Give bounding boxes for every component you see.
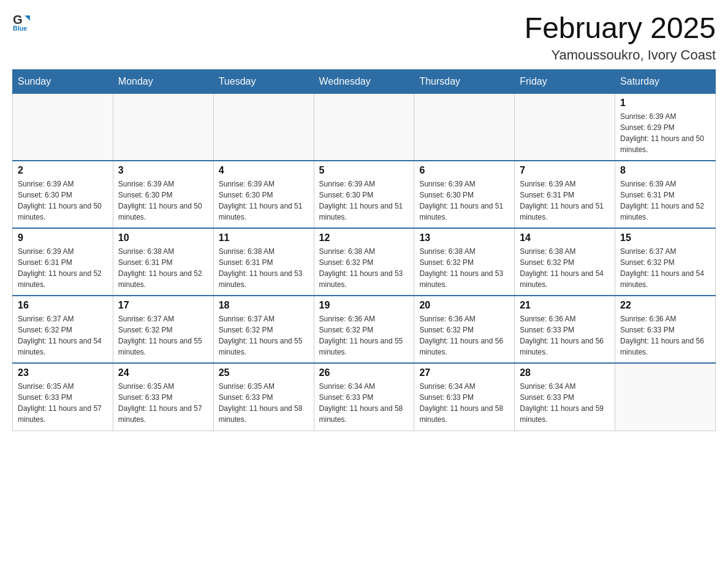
day-info: Sunrise: 6:35 AMSunset: 6:33 PMDaylight:… — [219, 381, 309, 425]
weekday-header-wednesday: Wednesday — [314, 69, 414, 93]
day-info: Sunrise: 6:36 AMSunset: 6:33 PMDaylight:… — [620, 313, 710, 358]
day-cell: 28Sunrise: 6:34 AMSunset: 6:33 PMDayligh… — [515, 363, 615, 431]
day-cell — [515, 93, 615, 161]
day-cell: 24Sunrise: 6:35 AMSunset: 6:33 PMDayligh… — [113, 363, 213, 431]
weekday-header-saturday: Saturday — [615, 69, 716, 93]
day-number: 26 — [319, 367, 409, 378]
day-number: 28 — [520, 367, 610, 378]
day-info: Sunrise: 6:39 AMSunset: 6:29 PMDaylight:… — [620, 111, 710, 155]
day-number: 10 — [118, 232, 208, 243]
day-number: 13 — [419, 232, 509, 243]
day-info: Sunrise: 6:39 AMSunset: 6:30 PMDaylight:… — [118, 178, 208, 223]
day-number: 15 — [620, 232, 710, 243]
weekday-header-tuesday: Tuesday — [213, 69, 314, 93]
day-cell: 25Sunrise: 6:35 AMSunset: 6:33 PMDayligh… — [213, 363, 314, 431]
day-number: 14 — [520, 232, 610, 243]
day-cell — [213, 93, 314, 161]
day-number: 24 — [118, 367, 208, 378]
day-info: Sunrise: 6:38 AMSunset: 6:32 PMDaylight:… — [319, 246, 409, 290]
weekday-header-row: SundayMondayTuesdayWednesdayThursdayFrid… — [13, 69, 716, 93]
day-number: 3 — [118, 165, 208, 176]
day-info: Sunrise: 6:37 AMSunset: 6:32 PMDaylight:… — [118, 313, 208, 358]
day-cell: 14Sunrise: 6:38 AMSunset: 6:32 PMDayligh… — [515, 228, 615, 296]
day-number: 21 — [520, 300, 610, 311]
svg-text:Blue: Blue — [13, 25, 27, 32]
title-block: February 2025 Yamoussoukro, Ivory Coast — [525, 12, 716, 63]
day-cell: 20Sunrise: 6:36 AMSunset: 6:32 PMDayligh… — [414, 296, 515, 363]
logo: G Blue — [12, 12, 33, 32]
day-number: 9 — [18, 232, 108, 243]
day-info: Sunrise: 6:39 AMSunset: 6:30 PMDaylight:… — [18, 178, 108, 223]
day-info: Sunrise: 6:34 AMSunset: 6:33 PMDaylight:… — [520, 381, 610, 425]
day-info: Sunrise: 6:35 AMSunset: 6:33 PMDaylight:… — [18, 381, 108, 425]
day-number: 19 — [319, 300, 409, 311]
day-number: 2 — [18, 165, 108, 176]
weekday-header-friday: Friday — [515, 69, 615, 93]
day-info: Sunrise: 6:35 AMSunset: 6:33 PMDaylight:… — [118, 381, 208, 425]
day-info: Sunrise: 6:39 AMSunset: 6:30 PMDaylight:… — [419, 178, 509, 223]
day-cell — [314, 93, 414, 161]
day-cell: 18Sunrise: 6:37 AMSunset: 6:32 PMDayligh… — [213, 296, 314, 363]
day-info: Sunrise: 6:39 AMSunset: 6:31 PMDaylight:… — [520, 178, 610, 223]
calendar-table: SundayMondayTuesdayWednesdayThursdayFrid… — [12, 69, 716, 431]
day-info: Sunrise: 6:39 AMSunset: 6:30 PMDaylight:… — [319, 178, 409, 223]
week-row-1: 1Sunrise: 6:39 AMSunset: 6:29 PMDaylight… — [13, 93, 716, 161]
day-info: Sunrise: 6:37 AMSunset: 6:32 PMDaylight:… — [219, 313, 309, 358]
day-number: 17 — [118, 300, 208, 311]
day-cell: 27Sunrise: 6:34 AMSunset: 6:33 PMDayligh… — [414, 363, 515, 431]
day-cell: 4Sunrise: 6:39 AMSunset: 6:30 PMDaylight… — [213, 161, 314, 228]
week-row-4: 16Sunrise: 6:37 AMSunset: 6:32 PMDayligh… — [13, 296, 716, 363]
day-cell: 2Sunrise: 6:39 AMSunset: 6:30 PMDaylight… — [13, 161, 113, 228]
day-number: 16 — [18, 300, 108, 311]
day-number: 8 — [620, 165, 710, 176]
day-number: 6 — [419, 165, 509, 176]
day-number: 22 — [620, 300, 710, 311]
page-header: G Blue February 2025 Yamoussoukro, Ivory… — [12, 12, 716, 63]
day-cell: 5Sunrise: 6:39 AMSunset: 6:30 PMDaylight… — [314, 161, 414, 228]
day-number: 1 — [620, 98, 710, 109]
day-info: Sunrise: 6:34 AMSunset: 6:33 PMDaylight:… — [319, 381, 409, 425]
day-cell: 21Sunrise: 6:36 AMSunset: 6:33 PMDayligh… — [515, 296, 615, 363]
day-info: Sunrise: 6:38 AMSunset: 6:31 PMDaylight:… — [118, 246, 208, 290]
day-info: Sunrise: 6:36 AMSunset: 6:32 PMDaylight:… — [319, 313, 409, 358]
day-number: 20 — [419, 300, 509, 311]
weekday-header-sunday: Sunday — [13, 69, 113, 93]
day-number: 25 — [219, 367, 309, 378]
day-info: Sunrise: 6:38 AMSunset: 6:31 PMDaylight:… — [219, 246, 309, 290]
day-cell: 7Sunrise: 6:39 AMSunset: 6:31 PMDaylight… — [515, 161, 615, 228]
day-info: Sunrise: 6:38 AMSunset: 6:32 PMDaylight:… — [520, 246, 610, 290]
day-cell: 3Sunrise: 6:39 AMSunset: 6:30 PMDaylight… — [113, 161, 213, 228]
day-cell: 10Sunrise: 6:38 AMSunset: 6:31 PMDayligh… — [113, 228, 213, 296]
month-title: February 2025 — [525, 12, 716, 45]
day-info: Sunrise: 6:38 AMSunset: 6:32 PMDaylight:… — [419, 246, 509, 290]
day-number: 7 — [520, 165, 610, 176]
location: Yamoussoukro, Ivory Coast — [525, 47, 716, 63]
day-cell: 19Sunrise: 6:36 AMSunset: 6:32 PMDayligh… — [314, 296, 414, 363]
day-cell: 8Sunrise: 6:39 AMSunset: 6:31 PMDaylight… — [615, 161, 716, 228]
day-number: 18 — [219, 300, 309, 311]
svg-marker-1 — [25, 15, 30, 21]
day-info: Sunrise: 6:39 AMSunset: 6:31 PMDaylight:… — [18, 246, 108, 290]
day-cell — [615, 363, 716, 431]
day-info: Sunrise: 6:34 AMSunset: 6:33 PMDaylight:… — [419, 381, 509, 425]
week-row-3: 9Sunrise: 6:39 AMSunset: 6:31 PMDaylight… — [13, 228, 716, 296]
day-cell: 15Sunrise: 6:37 AMSunset: 6:32 PMDayligh… — [615, 228, 716, 296]
day-info: Sunrise: 6:37 AMSunset: 6:32 PMDaylight:… — [620, 246, 710, 290]
day-cell: 11Sunrise: 6:38 AMSunset: 6:31 PMDayligh… — [213, 228, 314, 296]
day-cell — [13, 93, 113, 161]
day-info: Sunrise: 6:36 AMSunset: 6:33 PMDaylight:… — [520, 313, 610, 358]
day-number: 23 — [18, 367, 108, 378]
day-cell: 23Sunrise: 6:35 AMSunset: 6:33 PMDayligh… — [13, 363, 113, 431]
day-cell: 16Sunrise: 6:37 AMSunset: 6:32 PMDayligh… — [13, 296, 113, 363]
day-cell: 22Sunrise: 6:36 AMSunset: 6:33 PMDayligh… — [615, 296, 716, 363]
day-info: Sunrise: 6:37 AMSunset: 6:32 PMDaylight:… — [18, 313, 108, 358]
weekday-header-monday: Monday — [113, 69, 213, 93]
day-cell — [414, 93, 515, 161]
day-cell: 6Sunrise: 6:39 AMSunset: 6:30 PMDaylight… — [414, 161, 515, 228]
week-row-2: 2Sunrise: 6:39 AMSunset: 6:30 PMDaylight… — [13, 161, 716, 228]
day-info: Sunrise: 6:39 AMSunset: 6:31 PMDaylight:… — [620, 178, 710, 223]
day-cell: 1Sunrise: 6:39 AMSunset: 6:29 PMDaylight… — [615, 93, 716, 161]
day-cell: 9Sunrise: 6:39 AMSunset: 6:31 PMDaylight… — [13, 228, 113, 296]
day-info: Sunrise: 6:39 AMSunset: 6:30 PMDaylight:… — [219, 178, 309, 223]
week-row-5: 23Sunrise: 6:35 AMSunset: 6:33 PMDayligh… — [13, 363, 716, 431]
